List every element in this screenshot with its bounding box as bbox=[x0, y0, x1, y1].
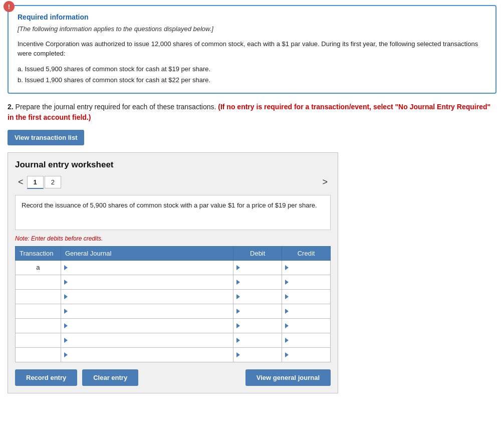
info-box: ! Required information [The following in… bbox=[8, 5, 496, 94]
debit-cell-4[interactable] bbox=[233, 304, 282, 318]
journal-cell-1[interactable] bbox=[61, 260, 233, 275]
view-general-journal-button[interactable]: View general journal bbox=[245, 369, 331, 386]
question-text: Prepare the journal entry required for e… bbox=[16, 103, 216, 111]
question-number: 2. bbox=[8, 103, 14, 111]
debit-cell-6[interactable] bbox=[233, 333, 282, 347]
table-row: a bbox=[16, 260, 331, 275]
credit-input-1[interactable] bbox=[289, 261, 330, 275]
col-credit: Credit bbox=[282, 246, 331, 260]
debit-input-3[interactable] bbox=[240, 290, 282, 304]
table-row bbox=[16, 304, 331, 318]
arrow-icon-d2 bbox=[236, 280, 240, 285]
journal-input-7[interactable] bbox=[68, 348, 233, 362]
credit-cell-7[interactable] bbox=[282, 347, 331, 362]
col-general-journal: General Journal bbox=[61, 246, 233, 260]
credit-input-3[interactable] bbox=[289, 290, 330, 304]
table-row bbox=[16, 318, 331, 333]
journal-cell-4[interactable] bbox=[61, 304, 233, 318]
arrow-icon-d3 bbox=[236, 294, 240, 299]
credit-cell-2[interactable] bbox=[282, 275, 331, 289]
debit-input-1[interactable] bbox=[240, 261, 282, 275]
view-transaction-button[interactable]: View transaction list bbox=[8, 130, 84, 145]
arrow-icon-4 bbox=[64, 309, 68, 314]
credit-input-7[interactable] bbox=[289, 348, 330, 362]
table-row bbox=[16, 275, 331, 289]
transaction-cell-4 bbox=[16, 304, 61, 318]
debit-cell-3[interactable] bbox=[233, 289, 282, 304]
journal-table: Transaction General Journal Debit Credit… bbox=[15, 246, 331, 362]
arrow-icon-1 bbox=[64, 265, 68, 270]
credit-cell-4[interactable] bbox=[282, 304, 331, 318]
journal-cell-6[interactable] bbox=[61, 333, 233, 347]
record-entry-button[interactable]: Record entry bbox=[15, 369, 77, 386]
col-debit: Debit bbox=[233, 246, 282, 260]
transaction-b: b. Issued 1,900 shares of common stock f… bbox=[18, 75, 486, 86]
transaction-cell-6 bbox=[16, 333, 61, 347]
arrow-icon-c2 bbox=[285, 280, 289, 285]
arrow-icon-c5 bbox=[285, 323, 289, 328]
transaction-cell-3 bbox=[16, 289, 61, 304]
debit-cell-2[interactable] bbox=[233, 275, 282, 289]
debit-input-6[interactable] bbox=[240, 333, 282, 347]
journal-input-2[interactable] bbox=[68, 275, 233, 289]
transaction-a: a. Issued 5,900 shares of common stock f… bbox=[18, 64, 486, 75]
exclamation-icon: ! bbox=[4, 1, 15, 12]
arrow-icon-c3 bbox=[285, 294, 289, 299]
debit-cell-5[interactable] bbox=[233, 318, 282, 333]
table-row bbox=[16, 289, 331, 304]
debit-input-4[interactable] bbox=[240, 304, 282, 318]
tab-1[interactable]: 1 bbox=[27, 176, 44, 189]
transaction-cell-5 bbox=[16, 318, 61, 333]
debit-input-7[interactable] bbox=[240, 348, 282, 362]
journal-input-3[interactable] bbox=[68, 290, 233, 304]
credit-cell-5[interactable] bbox=[282, 318, 331, 333]
debit-cell-7[interactable] bbox=[233, 347, 282, 362]
journal-input-4[interactable] bbox=[68, 304, 233, 318]
transaction-cell-7 bbox=[16, 347, 61, 362]
debit-input-5[interactable] bbox=[240, 319, 282, 333]
info-transactions: a. Issued 5,900 shares of common stock f… bbox=[18, 64, 486, 86]
clear-entry-button[interactable]: Clear entry bbox=[82, 369, 138, 386]
transaction-cell-1: a bbox=[16, 260, 61, 275]
worksheet-instruction: Record the issuance of 5,900 shares of c… bbox=[15, 195, 331, 230]
tab-2[interactable]: 2 bbox=[45, 176, 61, 188]
credit-input-6[interactable] bbox=[289, 333, 330, 347]
arrow-icon-d1 bbox=[236, 265, 240, 270]
debit-cell-1[interactable] bbox=[233, 260, 282, 275]
arrow-icon-d7 bbox=[236, 352, 240, 357]
journal-input-6[interactable] bbox=[68, 333, 233, 347]
arrow-icon-5 bbox=[64, 323, 68, 328]
credit-input-2[interactable] bbox=[289, 275, 330, 289]
credit-input-4[interactable] bbox=[289, 304, 330, 318]
table-row bbox=[16, 333, 331, 347]
worksheet-container: Journal entry worksheet < 1 2 > Record t… bbox=[8, 152, 338, 393]
tab-arrow-left[interactable]: < bbox=[15, 176, 27, 188]
arrow-icon-2 bbox=[64, 280, 68, 285]
arrow-icon-c6 bbox=[285, 338, 289, 343]
arrow-icon-c1 bbox=[285, 265, 289, 270]
col-transaction: Transaction bbox=[16, 246, 61, 260]
debit-input-2[interactable] bbox=[240, 275, 282, 289]
worksheet-note: Note: Enter debits before credits. bbox=[15, 235, 331, 242]
info-subtitle: [The following information applies to th… bbox=[18, 24, 486, 34]
tab-arrow-right[interactable]: > bbox=[319, 176, 331, 188]
journal-input-1[interactable] bbox=[68, 261, 233, 275]
page-container: ! Required information [The following in… bbox=[0, 0, 504, 398]
arrow-icon-d5 bbox=[236, 323, 240, 328]
arrow-icon-d6 bbox=[236, 338, 240, 343]
worksheet-buttons: Record entry Clear entry View general jo… bbox=[15, 369, 331, 386]
journal-input-5[interactable] bbox=[68, 319, 233, 333]
journal-cell-7[interactable] bbox=[61, 347, 233, 362]
arrow-icon-3 bbox=[64, 294, 68, 299]
worksheet-title: Journal entry worksheet bbox=[15, 160, 331, 170]
journal-cell-3[interactable] bbox=[61, 289, 233, 304]
credit-cell-1[interactable] bbox=[282, 260, 331, 275]
credit-input-5[interactable] bbox=[289, 319, 330, 333]
question-section: 2. Prepare the journal entry required fo… bbox=[8, 102, 496, 123]
arrow-icon-c4 bbox=[285, 309, 289, 314]
credit-cell-3[interactable] bbox=[282, 289, 331, 304]
credit-cell-6[interactable] bbox=[282, 333, 331, 347]
tab-navigation: < 1 2 > bbox=[15, 176, 331, 189]
journal-cell-5[interactable] bbox=[61, 318, 233, 333]
journal-cell-2[interactable] bbox=[61, 275, 233, 289]
